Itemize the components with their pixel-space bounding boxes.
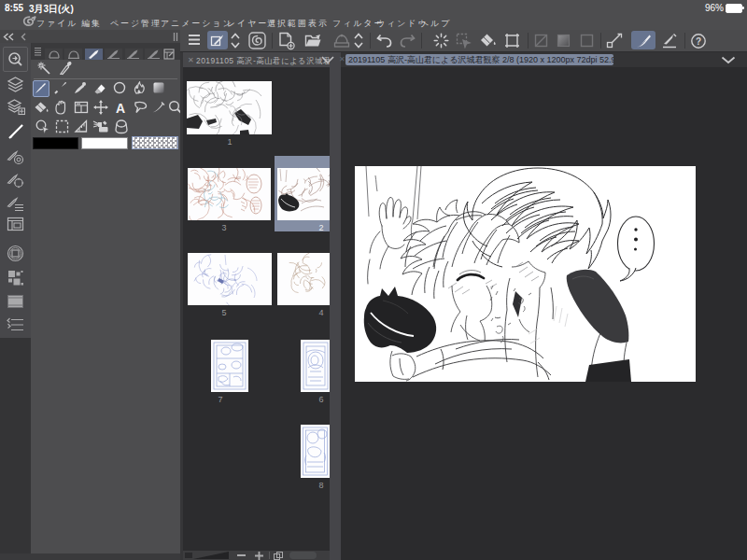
svg-text:A: A bbox=[116, 101, 125, 114]
svg-text:?: ? bbox=[696, 36, 701, 47]
